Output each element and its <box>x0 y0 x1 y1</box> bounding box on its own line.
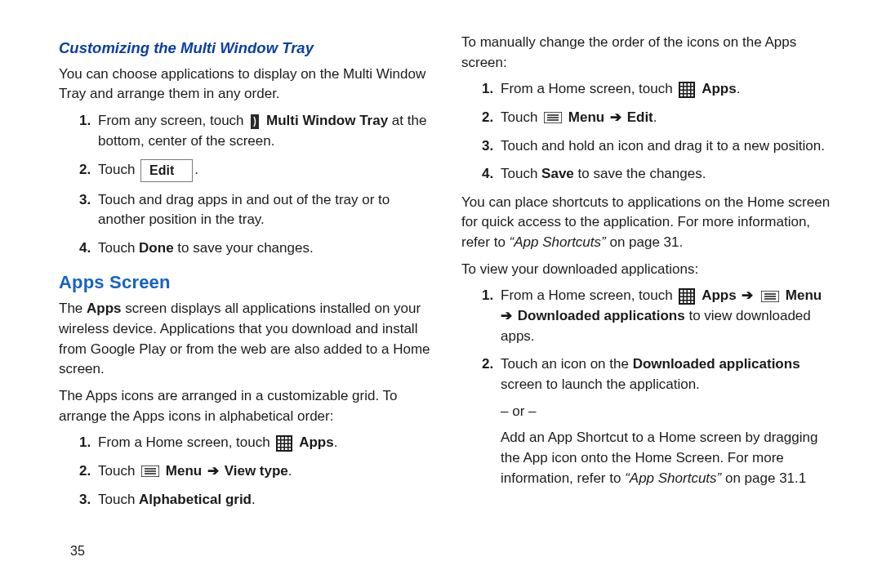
svg-rect-36 <box>688 94 690 96</box>
svg-rect-11 <box>285 444 287 447</box>
reorder-step-3: Touch and hold an icon and drag it to a … <box>497 136 833 157</box>
svg-rect-13 <box>278 448 280 450</box>
dl-step-2: Touch an icon on the Downloaded applicat… <box>497 354 833 488</box>
svg-rect-32 <box>688 91 690 93</box>
apps-grid-icon <box>276 435 292 452</box>
svg-rect-56 <box>684 301 687 303</box>
step-1: From any screen, touch Multi Window Tray… <box>95 111 430 151</box>
svg-rect-58 <box>692 301 694 303</box>
right-column: To manually change the order of the icon… <box>461 29 833 518</box>
svg-rect-26 <box>680 87 683 89</box>
reorder-step-2: Touch Menu ➔ Edit. <box>497 108 833 128</box>
apps-grid-icon <box>679 288 695 305</box>
downloaded-intro: To view your downloaded applications: <box>461 260 833 280</box>
multi-window-tab-icon <box>250 114 260 130</box>
alpha-step-2: Touch Menu ➔ View type. <box>95 461 430 482</box>
alpha-step-3: Touch Alphabetical grid. <box>95 490 430 510</box>
svg-rect-52 <box>684 297 687 300</box>
svg-rect-24 <box>688 83 690 86</box>
shortcuts-paragraph: You can place shortcuts to applications … <box>461 193 833 253</box>
svg-rect-57 <box>688 301 690 303</box>
svg-rect-25 <box>692 83 694 86</box>
reorder-step-1: From a Home screen, touch Apps. <box>497 79 833 100</box>
steps-alpha-order: From a Home screen, touch Apps. Touch Me… <box>59 433 430 510</box>
step-2: Touch Edit. <box>95 159 430 181</box>
svg-rect-51 <box>680 297 683 300</box>
svg-rect-12 <box>289 444 292 447</box>
svg-rect-46 <box>692 290 694 292</box>
svg-rect-37 <box>692 94 694 96</box>
edit-button-graphic: Edit <box>140 159 193 181</box>
svg-rect-54 <box>692 297 694 300</box>
svg-rect-23 <box>684 83 687 86</box>
menu-icon <box>544 112 562 123</box>
svg-rect-43 <box>680 290 683 292</box>
intro-paragraph: You can choose applications to display o… <box>59 65 430 105</box>
svg-rect-47 <box>680 293 683 296</box>
svg-rect-1 <box>278 437 280 439</box>
menu-icon <box>761 291 779 302</box>
svg-rect-53 <box>688 297 690 300</box>
step-3: Touch and drag apps in and out of the tr… <box>95 190 430 230</box>
subheading-customizing: Customizing the Multi Window Tray <box>59 38 430 60</box>
steps-customize-tray: From any screen, touch Multi Window Tray… <box>59 111 430 258</box>
reorder-intro: To manually change the order of the icon… <box>461 33 833 73</box>
svg-rect-27 <box>684 87 687 89</box>
or-separator: – or – <box>501 402 833 422</box>
svg-rect-22 <box>680 83 683 86</box>
svg-rect-29 <box>692 87 694 89</box>
reorder-step-4: Touch Save to save the changes. <box>497 164 833 185</box>
step-4: Touch Done to save your changes. <box>95 238 430 259</box>
apps-grid-icon <box>679 82 695 98</box>
svg-rect-8 <box>289 440 292 443</box>
svg-rect-7 <box>285 440 287 443</box>
apps-paragraph-1: The Apps screen displays all application… <box>59 299 430 380</box>
manual-page: Customizing the Multi Window Tray You ca… <box>0 0 882 518</box>
left-column: Customizing the Multi Window Tray You ca… <box>59 29 430 518</box>
svg-rect-14 <box>282 448 284 450</box>
svg-rect-6 <box>282 440 284 443</box>
svg-rect-50 <box>692 293 694 296</box>
heading-apps-screen: Apps Screen <box>59 270 430 296</box>
steps-downloaded: From a Home screen, touch Apps ➔ Menu ➔ … <box>461 286 833 488</box>
page-number: 35 <box>70 541 85 560</box>
svg-rect-48 <box>684 293 687 296</box>
svg-rect-5 <box>278 440 280 443</box>
svg-rect-45 <box>688 290 690 292</box>
svg-rect-31 <box>684 91 687 93</box>
svg-rect-10 <box>282 444 284 447</box>
svg-rect-15 <box>285 448 287 450</box>
svg-rect-4 <box>289 437 292 439</box>
svg-rect-2 <box>282 437 284 439</box>
apps-paragraph-2: The Apps icons are arranged in a customi… <box>59 386 430 426</box>
svg-rect-16 <box>289 448 292 450</box>
svg-rect-33 <box>692 91 694 93</box>
svg-rect-9 <box>278 444 280 447</box>
svg-rect-34 <box>680 94 683 96</box>
svg-rect-44 <box>684 290 687 292</box>
xref-app-shortcuts: “App Shortcuts” <box>510 234 606 250</box>
steps-reorder: From a Home screen, touch Apps. Touch Me… <box>461 79 833 185</box>
alpha-step-1: From a Home screen, touch Apps. <box>95 433 430 453</box>
dl-step-1: From a Home screen, touch Apps ➔ Menu ➔ … <box>497 286 833 346</box>
svg-rect-49 <box>688 293 690 296</box>
svg-rect-30 <box>680 91 683 93</box>
xref-app-shortcuts: “App Shortcuts” <box>625 470 721 486</box>
svg-rect-55 <box>680 301 683 303</box>
svg-rect-35 <box>684 94 687 96</box>
menu-icon <box>141 466 159 477</box>
svg-rect-28 <box>688 87 690 89</box>
svg-rect-3 <box>285 437 287 439</box>
